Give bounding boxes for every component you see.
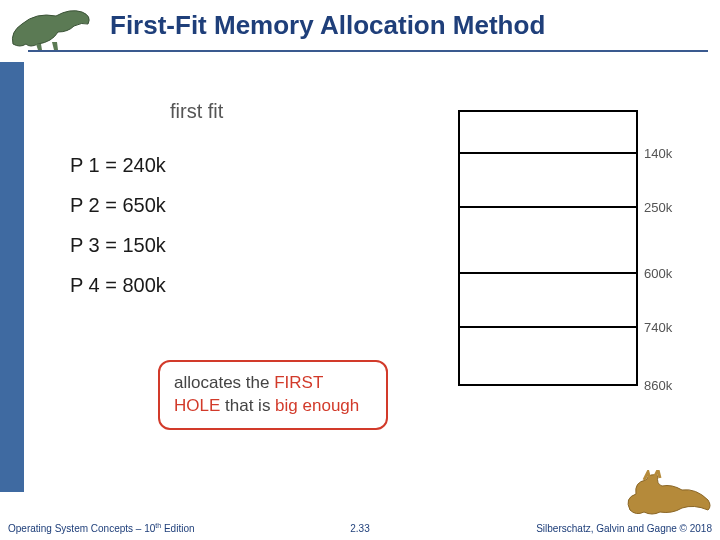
footer-text: Edition: [161, 523, 194, 534]
memory-block: 250k: [458, 152, 638, 206]
slide-header: First-Fit Memory Allocation Method: [0, 0, 720, 62]
title-divider: [28, 50, 708, 52]
memory-block: 740k: [458, 272, 638, 326]
process-item: P 2 = 650k: [70, 185, 166, 225]
memory-size-label: 860k: [644, 378, 692, 393]
callout-em: big enough: [275, 396, 359, 415]
memory-block: 140k: [458, 110, 638, 152]
algorithm-label: first fit: [170, 100, 223, 123]
slide-footer: Operating System Concepts – 10th Edition…: [0, 516, 720, 540]
process-item: P 3 = 150k: [70, 225, 166, 265]
memory-block: 860k: [458, 326, 638, 386]
memory-size-label: 600k: [644, 266, 692, 281]
memory-size-label: 140k: [644, 146, 692, 161]
dinosaur-bottom-icon: [624, 470, 714, 518]
footer-left: Operating System Concepts – 10th Edition: [8, 522, 195, 534]
footer-text: Operating System Concepts – 10: [8, 523, 155, 534]
memory-diagram: 140k 250k 600k 740k 860k: [458, 110, 638, 386]
callout-text: that is: [220, 396, 275, 415]
slide: First-Fit Memory Allocation Method first…: [0, 0, 720, 540]
slide-content: first fit P 1 = 240k P 2 = 650k P 3 = 15…: [40, 70, 710, 500]
memory-size-label: 740k: [644, 320, 692, 335]
memory-size-label: 250k: [644, 200, 692, 215]
callout-text: allocates the: [174, 373, 274, 392]
process-item: P 1 = 240k: [70, 145, 166, 185]
process-list: P 1 = 240k P 2 = 650k P 3 = 150k P 4 = 8…: [70, 145, 166, 305]
process-item: P 4 = 800k: [70, 265, 166, 305]
slide-title: First-Fit Memory Allocation Method: [110, 10, 545, 41]
left-sidebar-accent: [0, 62, 24, 492]
callout-box: allocates the FIRST HOLE that is big eno…: [158, 360, 388, 430]
footer-right: Silberschatz, Galvin and Gagne © 2018: [536, 523, 712, 534]
memory-block: 600k: [458, 206, 638, 272]
footer-center: 2.33: [350, 523, 369, 534]
dinosaur-top-icon: [8, 2, 96, 50]
